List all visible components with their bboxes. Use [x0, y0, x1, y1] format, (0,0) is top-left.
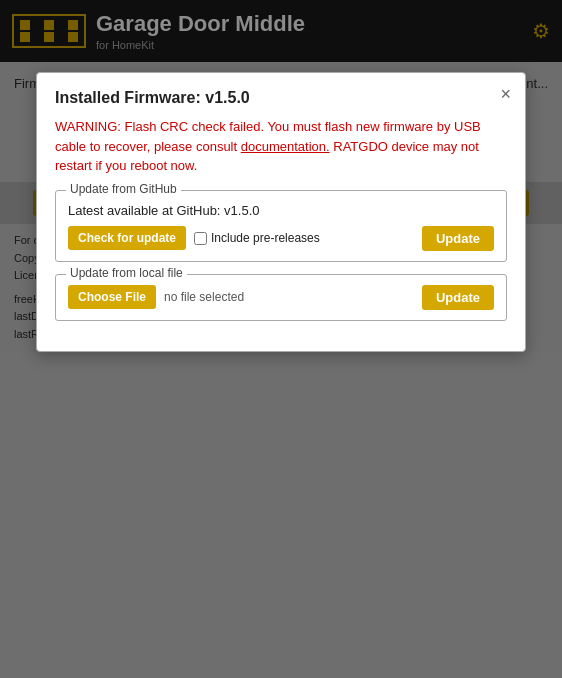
warning-message: WARNING: Flash CRC check failed. You mus…: [55, 117, 507, 176]
include-prereleases-label[interactable]: Include pre-releases: [194, 231, 320, 245]
local-update-row: Choose File no file selected Update: [68, 285, 494, 310]
include-prereleases-checkbox[interactable]: [194, 232, 207, 245]
github-update-section: Update from GitHub Latest available at G…: [55, 190, 507, 262]
firmware-update-modal: Installed Firmware: v1.5.0 × WARNING: Fl…: [36, 72, 526, 352]
choose-file-button[interactable]: Choose File: [68, 285, 156, 309]
github-section-title: Update from GitHub: [66, 182, 181, 196]
documentation-link[interactable]: documentation.: [241, 139, 330, 154]
no-file-text: no file selected: [164, 290, 244, 304]
local-update-button[interactable]: Update: [422, 285, 494, 310]
local-update-left: Choose File no file selected: [68, 285, 244, 309]
modal-overlay: Installed Firmware: v1.5.0 × WARNING: Fl…: [0, 0, 562, 678]
github-update-left: Check for update Include pre-releases: [68, 226, 320, 250]
include-prereleases-text: Include pre-releases: [211, 231, 320, 245]
check-for-update-button[interactable]: Check for update: [68, 226, 186, 250]
modal-close-button[interactable]: ×: [500, 85, 511, 103]
local-update-section: Update from local file Choose File no fi…: [55, 274, 507, 321]
github-update-button[interactable]: Update: [422, 226, 494, 251]
github-latest-version: Latest available at GitHub: v1.5.0: [68, 203, 494, 218]
github-update-row: Check for update Include pre-releases Up…: [68, 226, 494, 251]
local-section-title: Update from local file: [66, 266, 187, 280]
modal-title: Installed Firmware: v1.5.0: [55, 89, 507, 107]
